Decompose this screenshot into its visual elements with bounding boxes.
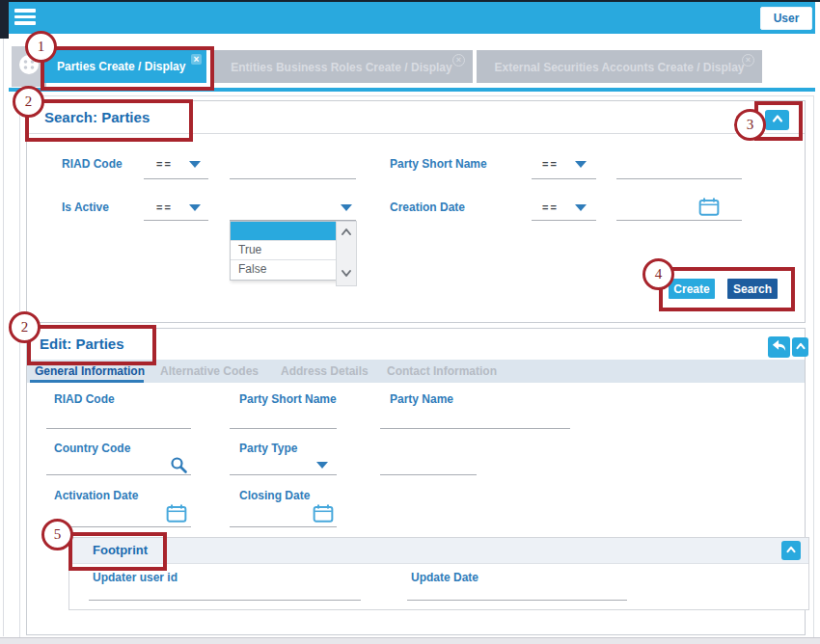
party-type-dropdown-icon[interactable] (316, 462, 328, 469)
secondary-input[interactable] (380, 474, 477, 475)
dropdown-option-true[interactable]: True (231, 240, 337, 259)
scroll-up-icon[interactable] (340, 225, 353, 242)
tab-label: Parties Create / Display (57, 50, 185, 83)
riad-code-input[interactable] (230, 178, 356, 179)
creation-date-operator[interactable]: == (542, 201, 559, 213)
operator-dropdown-icon[interactable] (189, 204, 201, 211)
operator-underline[interactable] (532, 220, 596, 221)
creation-date-input[interactable] (616, 220, 742, 221)
collapse-search-button[interactable] (765, 110, 789, 130)
close-icon[interactable]: × (452, 54, 465, 67)
back-button[interactable] (768, 336, 790, 358)
operator-underline[interactable] (144, 178, 208, 179)
search-panel-title: Search: Parties (44, 109, 150, 125)
subtab-alternative-codes[interactable]: Alternative Codes (160, 364, 259, 378)
operator-dropdown-icon[interactable] (575, 204, 587, 211)
party-type-label: Party Type (239, 442, 297, 455)
country-code-input[interactable] (46, 474, 191, 475)
app-window: User Parties Create / Display × Entities… (0, 0, 820, 644)
party-type-input[interactable] (230, 474, 337, 475)
search-button[interactable]: Search (727, 279, 778, 299)
party-name-label: Party Name (390, 392, 453, 406)
scroll-down-icon[interactable] (340, 265, 353, 282)
riad-code-operator[interactable]: == (156, 158, 173, 170)
updater-user-id-label: Updater user id (93, 571, 178, 584)
chevron-up-icon (794, 339, 807, 356)
active-subtab-underline (30, 380, 144, 383)
operator-dropdown-icon[interactable] (575, 161, 587, 168)
tab-label: Entities Business Roles Create / Display (210, 50, 473, 85)
closing-date-input[interactable] (230, 526, 337, 527)
user-button[interactable]: User (760, 7, 812, 30)
update-date-input[interactable] (407, 600, 627, 601)
party-short-name-input[interactable] (230, 428, 337, 429)
footprint-title: Footprint (93, 543, 148, 557)
collapse-footprint-button[interactable] (781, 541, 801, 560)
is-active-label: Is Active (62, 201, 109, 214)
riad-code-label: RIAD Code (54, 392, 115, 406)
tab-entities-business-roles[interactable]: Entities Business Roles Create / Display… (210, 50, 473, 83)
riad-code-input[interactable] (46, 428, 191, 429)
window-corner (0, 0, 9, 39)
operator-underline[interactable] (532, 178, 596, 179)
tab-external-securities-accounts[interactable]: External Securities Accounts Create / Di… (477, 50, 762, 83)
is-active-operator[interactable]: == (156, 201, 173, 213)
collapse-edit-button[interactable] (792, 337, 808, 357)
subtab-general-information[interactable]: General Information (35, 364, 145, 378)
operator-underline[interactable] (144, 220, 208, 221)
close-icon[interactable]: × (742, 54, 754, 67)
back-arrow-icon (771, 338, 787, 356)
tab-label: External Securities Accounts Create / Di… (477, 50, 762, 85)
tab-parties-create-display[interactable]: Parties Create / Display × (44, 50, 206, 83)
is-active-dropdown-icon[interactable] (341, 204, 352, 211)
party-short-name-label: Party Short Name (390, 157, 487, 171)
dropdown-option-false[interactable]: False (231, 259, 337, 279)
activation-date-label: Activation Date (54, 489, 138, 502)
edit-parties-panel: Edit: Parties General Information Altern… (26, 328, 806, 635)
updater-user-id-input[interactable] (89, 600, 361, 601)
gauge-icon (17, 53, 41, 80)
creation-date-label: Creation Date (390, 201, 465, 214)
divider (27, 133, 805, 134)
activation-date-input[interactable] (46, 526, 191, 527)
party-short-name-input[interactable] (616, 178, 742, 179)
party-short-name-operator[interactable]: == (542, 158, 559, 170)
closing-date-label: Closing Date (239, 489, 310, 502)
create-button[interactable]: Create (669, 279, 715, 299)
menu-icon[interactable] (14, 9, 38, 27)
footprint-header (69, 538, 808, 564)
dropdown-scrollbar[interactable] (336, 221, 357, 286)
footprint-section: Footprint Updater user id Update Date (68, 537, 809, 610)
app-launcher-tile[interactable] (12, 46, 46, 87)
calendar-icon[interactable] (698, 197, 720, 221)
party-name-input[interactable] (380, 428, 570, 429)
window-left-border (3, 39, 4, 636)
riad-code-label: RIAD Code (62, 157, 123, 171)
dropdown-option-blank[interactable] (231, 222, 337, 240)
update-date-label: Update Date (411, 571, 478, 584)
top-bar: User (9, 2, 815, 34)
subtab-address-details[interactable]: Address Details (281, 364, 369, 378)
operator-dropdown-icon[interactable] (189, 161, 201, 168)
window-bottom-bar (0, 637, 820, 644)
tab-strip-divider (9, 88, 815, 92)
subtab-contact-information[interactable]: Contact Information (387, 364, 497, 378)
chevron-up-icon (770, 111, 785, 129)
chevron-up-icon (784, 543, 798, 559)
close-icon[interactable]: × (191, 54, 202, 65)
edit-panel-title: Edit: Parties (40, 335, 124, 352)
country-code-label: Country Code (54, 442, 130, 455)
is-active-dropdown-list: True False (230, 221, 338, 281)
calendar-icon[interactable] (166, 503, 187, 527)
search-parties-panel: Search: Parties RIAD Code == Party Short… (26, 100, 806, 323)
calendar-icon[interactable] (313, 503, 334, 527)
party-short-name-label: Party Short Name (239, 392, 337, 406)
